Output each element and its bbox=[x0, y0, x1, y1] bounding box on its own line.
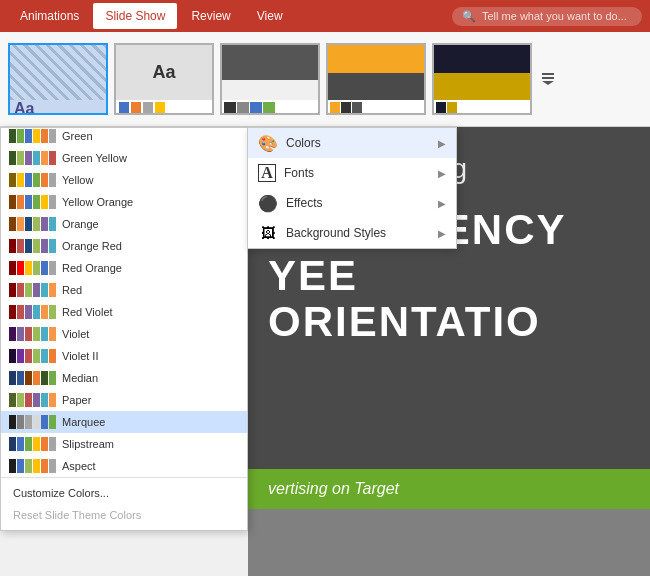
more-themes-button[interactable] bbox=[538, 69, 558, 89]
submenu-item-effects[interactable]: ⚫ Effects ▶ bbox=[248, 188, 456, 218]
color-name-yelloworange: Yellow Orange bbox=[62, 196, 133, 208]
palette-icon: 🎨 bbox=[258, 133, 278, 153]
color-swatch-median bbox=[9, 371, 56, 385]
submenu-background-arrow: ▶ bbox=[438, 228, 446, 239]
submenu-colors-arrow: ▶ bbox=[438, 138, 446, 149]
color-swatch-slipstream bbox=[9, 437, 56, 451]
color-item-slipstream[interactable]: Slipstream bbox=[1, 433, 247, 455]
color-item-green[interactable]: Green bbox=[1, 128, 247, 147]
reset-colors-button: Reset Slide Theme Colors bbox=[1, 504, 247, 526]
color-swatch-aspect bbox=[9, 459, 56, 473]
color-name-yellow: Yellow bbox=[62, 174, 93, 186]
color-name-orangered: Orange Red bbox=[62, 240, 122, 252]
color-name-marquee: Marquee bbox=[62, 416, 105, 428]
main-content: 💡 uantrimang RKS AGENCY YEE ORIENTATIO v… bbox=[0, 127, 650, 576]
submenu-effects-label: Effects bbox=[286, 196, 430, 210]
theme-thumb-4[interactable] bbox=[326, 43, 426, 115]
color-item-median[interactable]: Median bbox=[1, 367, 247, 389]
color-swatch-green bbox=[9, 129, 56, 143]
submenu-item-fonts[interactable]: A Fonts ▶ bbox=[248, 158, 456, 188]
submenu-item-colors[interactable]: 🎨 Colors ▶ bbox=[248, 128, 456, 158]
color-swatch-red bbox=[9, 283, 56, 297]
color-item-yelloworange[interactable]: Yellow Orange bbox=[1, 191, 247, 213]
color-swatch-orangered bbox=[9, 239, 56, 253]
submenu-fonts-arrow: ▶ bbox=[438, 168, 446, 179]
color-item-greenyellow[interactable]: Green Yellow bbox=[1, 147, 247, 169]
color-name-paper: Paper bbox=[62, 394, 91, 406]
color-name-redorange: Red Orange bbox=[62, 262, 122, 274]
color-swatch-orange bbox=[9, 217, 56, 231]
submenu-colors-label: Colors bbox=[286, 136, 430, 150]
color-swatch-violet bbox=[9, 327, 56, 341]
color-swatch-paper bbox=[9, 393, 56, 407]
color-item-aspect[interactable]: Aspect bbox=[1, 455, 247, 477]
tab-slideshow[interactable]: Slide Show bbox=[93, 3, 177, 29]
color-swatch-violetii bbox=[9, 349, 56, 363]
color-swatch-redorange bbox=[9, 261, 56, 275]
color-swatch-marquee bbox=[9, 415, 56, 429]
slide-title-line2: YEE ORIENTATIO bbox=[268, 253, 640, 345]
color-name-green: Green bbox=[62, 130, 93, 142]
color-name-violet: Violet bbox=[62, 328, 89, 340]
tab-review[interactable]: Review bbox=[179, 3, 242, 29]
color-item-paper[interactable]: Paper bbox=[1, 389, 247, 411]
slide-subtitle: vertising on Target bbox=[268, 480, 399, 498]
theme-thumb-3[interactable] bbox=[220, 43, 320, 115]
color-item-orange[interactable]: Orange bbox=[1, 213, 247, 235]
customize-colors-button[interactable]: Customize Colors... bbox=[1, 482, 247, 504]
theme-thumb-2[interactable]: Aa bbox=[114, 43, 214, 115]
search-box[interactable]: 🔍 bbox=[452, 7, 642, 26]
color-name-greenyellow: Green Yellow bbox=[62, 152, 127, 164]
color-item-redorange[interactable]: Red Orange bbox=[1, 257, 247, 279]
color-swatch-yelloworange bbox=[9, 195, 56, 209]
submenu-item-background[interactable]: 🖼 Background Styles ▶ bbox=[248, 218, 456, 248]
tab-animations[interactable]: Animations bbox=[8, 3, 91, 29]
color-name-orange: Orange bbox=[62, 218, 99, 230]
color-name-slipstream: Slipstream bbox=[62, 438, 114, 450]
search-icon: 🔍 bbox=[462, 10, 476, 23]
color-item-yellow[interactable]: Yellow bbox=[1, 169, 247, 191]
dropdown-actions: Customize Colors... Reset Slide Theme Co… bbox=[1, 478, 247, 530]
color-swatch-yellow bbox=[9, 173, 56, 187]
effects-icon: ⚫ bbox=[258, 193, 278, 213]
color-item-orangered[interactable]: Orange Red bbox=[1, 235, 247, 257]
font-icon: A bbox=[258, 164, 276, 182]
color-dropdown: OfficeOffice 2007 - 2010GrayscaleBlue Wa… bbox=[0, 127, 248, 531]
color-swatch-redviolet bbox=[9, 305, 56, 319]
color-swatch-greenyellow bbox=[9, 151, 56, 165]
submenu-background-label: Background Styles bbox=[286, 226, 430, 240]
tab-view[interactable]: View bbox=[245, 3, 295, 29]
color-name-median: Median bbox=[62, 372, 98, 384]
color-list[interactable]: OfficeOffice 2007 - 2010GrayscaleBlue Wa… bbox=[1, 128, 247, 478]
search-input[interactable] bbox=[482, 10, 632, 22]
color-item-redviolet[interactable]: Red Violet bbox=[1, 301, 247, 323]
thumbnail-row: Aa Aa bbox=[0, 32, 650, 127]
color-name-red: Red bbox=[62, 284, 82, 296]
color-item-violet[interactable]: Violet bbox=[1, 323, 247, 345]
theme-thumb-5[interactable] bbox=[432, 43, 532, 115]
color-name-redviolet: Red Violet bbox=[62, 306, 113, 318]
theme-thumb-1[interactable]: Aa bbox=[8, 43, 108, 115]
color-item-marquee[interactable]: Marquee bbox=[1, 411, 247, 433]
submenu-panel: 🎨 Colors ▶ A Fonts ▶ ⚫ Effects ▶ 🖼 Backg… bbox=[247, 127, 457, 249]
color-item-violetii[interactable]: Violet II bbox=[1, 345, 247, 367]
color-item-red[interactable]: Red bbox=[1, 279, 247, 301]
submenu-effects-arrow: ▶ bbox=[438, 198, 446, 209]
slide-green-bar: vertising on Target bbox=[248, 469, 650, 509]
submenu-fonts-label: Fonts bbox=[284, 166, 430, 180]
ribbon-bar: Animations Slide Show Review View 🔍 bbox=[0, 0, 650, 32]
background-icon: 🖼 bbox=[258, 223, 278, 243]
color-name-violetii: Violet II bbox=[62, 350, 99, 362]
color-name-aspect: Aspect bbox=[62, 460, 96, 472]
